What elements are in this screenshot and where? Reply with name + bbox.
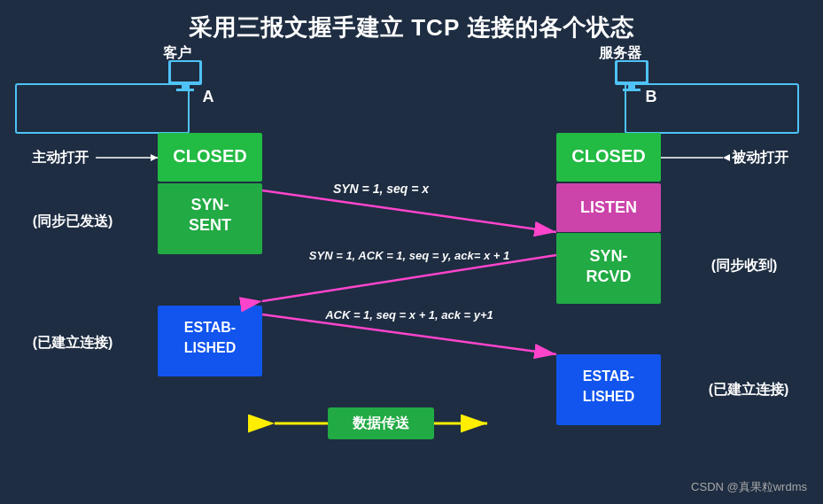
tcp-diagram: 客户 A 服务器 B CLOSED CLOSED 主动打开 被动打开 SYN- … [0, 0, 823, 504]
svg-text:LISHED: LISHED [184, 340, 237, 355]
svg-text:ACK = 1, seq = x + 1, ack = y+: ACK = 1, seq = x + 1, ack = y+1 [324, 308, 493, 322]
svg-text:LISTEN: LISTEN [580, 198, 637, 216]
watermark: CSDN @真果粒wrdms [691, 479, 807, 495]
svg-text:服务器: 服务器 [598, 45, 642, 60]
svg-text:LISHED: LISHED [583, 389, 635, 404]
svg-text:ESTAB-: ESTAB- [583, 368, 634, 384]
svg-text:SYN = 1, seq = x: SYN = 1, seq = x [333, 182, 430, 196]
svg-rect-0 [16, 84, 189, 133]
svg-rect-9 [623, 89, 641, 91]
svg-text:CLOSED: CLOSED [571, 146, 645, 166]
svg-line-45 [262, 190, 556, 232]
svg-text:主动打开: 主动打开 [32, 149, 89, 165]
svg-marker-22 [723, 154, 730, 161]
svg-text:(同步收到): (同步收到) [711, 258, 778, 273]
svg-text:SYN-: SYN- [589, 247, 627, 265]
svg-text:RCVD: RCVD [586, 268, 631, 285]
svg-marker-19 [151, 154, 158, 161]
svg-text:SYN-: SYN- [190, 196, 229, 213]
svg-rect-5 [176, 89, 194, 91]
client-label: 客户 [163, 44, 191, 60]
svg-text:(已建立连接): (已建立连接) [709, 381, 789, 397]
svg-text:SENT: SENT [189, 216, 231, 234]
svg-text:SYN = 1, ACK = 1, seq = y, ack: SYN = 1, ACK = 1, seq = y, ack= x + 1 [309, 249, 509, 262]
svg-text:被动打开: 被动打开 [731, 149, 789, 165]
diagram-container: 采用三报文握手建立 TCP 连接的各个状态 客户 A 服务器 B CLOSED … [0, 0, 823, 504]
svg-rect-7 [617, 62, 646, 81]
svg-text:ESTAB-: ESTAB- [184, 320, 236, 335]
svg-rect-3 [171, 62, 199, 81]
svg-text:B: B [646, 88, 657, 105]
svg-text:A: A [203, 88, 214, 105]
svg-text:数据传送: 数据传送 [352, 415, 410, 430]
svg-text:(已建立连接): (已建立连接) [33, 334, 113, 350]
svg-text:CLOSED: CLOSED [173, 146, 246, 166]
svg-text:(同步已发送): (同步已发送) [33, 213, 113, 229]
